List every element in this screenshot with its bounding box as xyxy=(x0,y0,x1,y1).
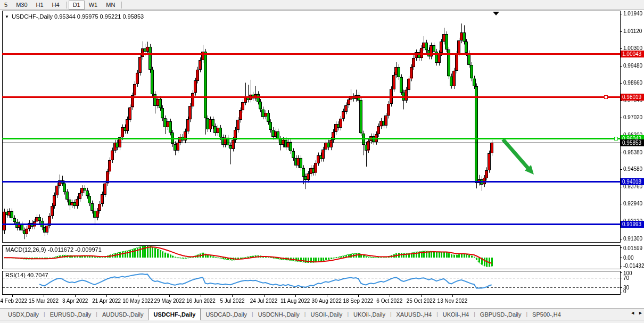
price-badge-0.94018: 0.94018 xyxy=(621,178,644,185)
date-axis-tick: 5 Jul 2022 xyxy=(220,298,244,304)
date-axis-tick: 15 Mar 2022 xyxy=(29,298,59,304)
horizontal-line-0.94018[interactable] xyxy=(2,181,620,183)
date-axis-tick: 13 Nov 2022 xyxy=(437,298,468,304)
price-axis-tick: 0.97020 xyxy=(623,114,642,120)
date-axis-tick: 11 Aug 2022 xyxy=(280,298,310,304)
chart-tab-bar: USDX,Daily|EURUSD-,Daily|AUDUSD-,DailyUS… xyxy=(0,308,644,323)
rsi-axis-tick: 0 xyxy=(623,288,626,294)
price-badge-1.00043: 1.00043 xyxy=(621,51,644,57)
tab-usdchf-daily[interactable]: USDCHF-,Daily xyxy=(148,309,201,320)
tab-gbpusd-daily[interactable]: GBPUSD-,Daily xyxy=(475,309,526,320)
rsi-indicator-label: RSI(14) 40.7047 xyxy=(5,272,48,278)
price-chart-canvas[interactable] xyxy=(0,0,644,323)
macd-axis-tick: -0.014321 xyxy=(623,263,644,269)
price-axis-tick: 0.99480 xyxy=(623,63,642,69)
macd-axis-tick: 0.01599 xyxy=(623,245,642,251)
line-handle-icon[interactable] xyxy=(614,137,618,140)
price-axis-tick: 1.01120 xyxy=(623,28,642,34)
date-axis-tick: 21 Apr 2022 xyxy=(92,298,121,304)
chart-shift-marker-icon[interactable] xyxy=(493,12,499,15)
price-axis-tick: 0.98660 xyxy=(623,80,642,86)
price-badge-0.95853: 0.95853 xyxy=(621,139,644,146)
date-axis-tick: 30 Aug 2022 xyxy=(312,298,342,304)
tab-usdcad-daily[interactable]: USDCAD-,Daily xyxy=(201,309,252,320)
tab-scroll-right-icon[interactable]: ► xyxy=(638,310,643,316)
tab-usoil-daily[interactable]: USOil-,Daily xyxy=(306,309,347,320)
date-axis-tick: 24 Jul 2022 xyxy=(250,298,278,304)
timeframe-button-m30[interactable]: M30 xyxy=(12,1,31,10)
tab-xauusd-h4[interactable]: XAUUSD-,H4 xyxy=(392,309,437,320)
date-axis-tick: 25 Oct 2022 xyxy=(407,298,435,304)
tab-ukoil-h4[interactable]: UKOil-,H4 xyxy=(438,309,474,320)
date-axis-tick: 24 Feb 2022 xyxy=(0,298,27,304)
current-price-line xyxy=(2,143,620,143)
tab-scroll-left-icon[interactable]: ◄ xyxy=(630,310,635,316)
horizontal-line-0.91993[interactable] xyxy=(2,223,620,225)
timeframe-button-h4[interactable]: H4 xyxy=(48,1,64,10)
price-badge-0.91993: 0.91993 xyxy=(621,221,644,228)
date-axis-tick: 18 Sep 2022 xyxy=(343,298,373,304)
horizontal-line-1.00043[interactable] xyxy=(2,53,620,55)
chart-ohlc-values: 0.95344 0.95975 0.95221 0.95853 xyxy=(54,13,144,20)
macd-axis-tick: 0.00 xyxy=(623,255,633,261)
macd-indicator-label: MACD(12,26,9) -0.011672 -0.009971 xyxy=(5,246,102,253)
horizontal-line-0.96043[interactable] xyxy=(2,138,620,139)
chart-menu-icon[interactable]: ▼ xyxy=(5,14,9,19)
tab-ukoil-daily[interactable]: UKOil-,Daily xyxy=(349,309,390,320)
toolbar-separator xyxy=(66,2,67,9)
toolbar-separator xyxy=(121,2,122,9)
price-axis-tick: 0.92940 xyxy=(623,201,642,206)
chart-title: ▼USDCHF-,Daily 0.95344 0.95975 0.95221 0… xyxy=(5,13,144,20)
timeframe-button-mn[interactable]: MN xyxy=(102,1,119,10)
horizontal-line-0.98019[interactable] xyxy=(2,96,620,98)
price-axis-tick: 1.01940 xyxy=(623,11,642,16)
mt4-chart-window: 5M30H1H4D1W1MN ▼USDCHF-,Daily 0.95344 0.… xyxy=(0,0,644,323)
rsi-axis-tick: 70 xyxy=(623,275,629,281)
line-handle-icon[interactable] xyxy=(604,95,608,99)
tab-sp500-h4[interactable]: SP500-,H4 xyxy=(527,309,566,320)
date-axis-tick: 16 Jun 2022 xyxy=(186,298,216,304)
date-axis-tick: 10 May 2022 xyxy=(122,298,153,304)
tab-usdcnh-daily[interactable]: USDCNH-,Daily xyxy=(253,309,304,320)
price-axis-tick: 0.95380 xyxy=(623,150,642,155)
price-badge-0.98019: 0.98019 xyxy=(621,94,644,101)
tab-usdx-daily[interactable]: USDX,Daily xyxy=(3,309,44,320)
tab-audusd-daily[interactable]: AUDUSD-,Daily xyxy=(97,309,148,320)
date-axis-tick: 3 Apr 2022 xyxy=(62,298,88,304)
price-axis-tick: 0.94580 xyxy=(623,166,642,172)
chart-symbol-period: USDCHF-,Daily xyxy=(12,13,53,20)
tab-eurusd-daily[interactable]: EURUSD-,Daily xyxy=(45,309,96,320)
date-axis-tick: 6 Oct 2022 xyxy=(376,298,402,304)
timeframe-button-d1[interactable]: D1 xyxy=(69,1,85,10)
timeframe-button-5[interactable]: 5 xyxy=(0,1,12,10)
timeframe-button-h1[interactable]: H1 xyxy=(32,1,48,10)
price-axis-tick: 0.91300 xyxy=(623,236,642,242)
timeframe-button-w1[interactable]: W1 xyxy=(85,1,102,10)
timeframe-toolbar: 5M30H1H4D1W1MN xyxy=(0,0,644,10)
date-axis-tick: 29 May 2022 xyxy=(154,298,185,304)
